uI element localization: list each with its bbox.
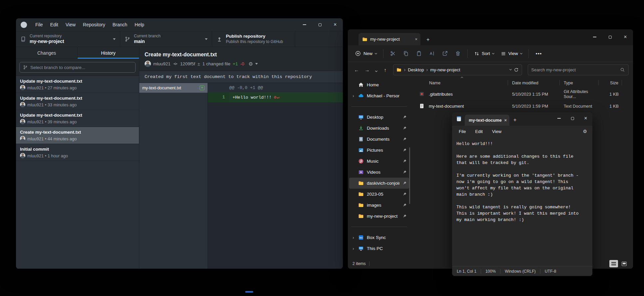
sidebar-item-home[interactable]: Home — [349, 79, 409, 90]
explorer-tab[interactable]: my-new-project × — [358, 33, 420, 45]
commit-list-item[interactable]: Initial commit mluu921 • 1 hour ago — [16, 144, 139, 161]
tab-history[interactable]: History — [78, 47, 139, 59]
commit-list-item[interactable]: Update my-text-document.txt mluu921 • 33… — [16, 93, 139, 110]
sidebar-item-downloads[interactable]: Downloads — [349, 123, 409, 134]
commit-sha[interactable]: 1209f5f — [180, 61, 195, 66]
sidebar-item-documents[interactable]: Documents — [349, 134, 409, 145]
back-button[interactable]: ← — [352, 67, 361, 73]
folder-icon — [358, 202, 364, 208]
notepad-app-icon — [456, 116, 462, 122]
explorer-titlebar: my-new-project × + × — [348, 29, 633, 45]
box-icon: box — [358, 235, 364, 240]
minimize-button[interactable] — [552, 112, 566, 124]
pictures-icon — [358, 147, 364, 153]
notepad-status-bar: Ln 1, Col 1 100% Windows (CRLF) UTF-8 — [452, 266, 592, 276]
address-bar[interactable]: › Desktop › my-new-project — [393, 64, 522, 75]
search-box[interactable] — [528, 64, 629, 75]
search-input[interactable] — [531, 67, 620, 72]
column-header-name[interactable]: Name — [414, 80, 508, 85]
commit-list-item[interactable]: Update my-text-document.txt mluu921 • 27… — [16, 76, 139, 93]
up-button[interactable]: ↑ — [381, 67, 390, 73]
menu-view[interactable]: View — [487, 129, 506, 134]
cut-button[interactable] — [386, 48, 399, 60]
breadcrumb-my-new-project[interactable]: my-new-project — [430, 67, 460, 72]
sidebar-item-music[interactable]: Music — [349, 156, 409, 167]
gear-icon[interactable]: ⚙ — [249, 61, 253, 67]
commit-list-item[interactable]: Update my-text-document.txt mluu921 • 39… — [16, 110, 139, 127]
sidebar-item-onedrive[interactable]: › Michael - Personal — [349, 90, 409, 101]
chevron-right-icon[interactable]: › — [351, 246, 355, 251]
sidebar-item-desktop[interactable]: Desktop — [349, 112, 409, 123]
new-button[interactable]: New — [352, 51, 380, 56]
publish-repository-button[interactable]: Publish repository Publish this reposito… — [212, 31, 295, 47]
notepad-tab[interactable]: my-text-docume × — [465, 115, 509, 126]
diff-added-line[interactable]: 1 +Hello world!!! ⊘↵ — [208, 92, 343, 102]
menu-help[interactable]: Help — [131, 22, 148, 27]
maximize-button[interactable] — [312, 18, 327, 31]
chevron-right-icon[interactable]: › — [351, 94, 355, 98]
menu-edit[interactable]: Edit — [470, 129, 487, 134]
menu-view[interactable]: View — [62, 22, 79, 27]
breadcrumb-desktop[interactable]: Desktop — [408, 67, 424, 72]
tab-close-icon[interactable]: × — [415, 37, 417, 42]
more-options-button[interactable]: ••• — [532, 51, 546, 56]
column-header-type[interactable]: Type — [560, 80, 599, 85]
details-view-button[interactable] — [609, 260, 618, 267]
new-tab-button[interactable]: + — [426, 37, 429, 43]
menu-file[interactable]: File — [454, 129, 470, 134]
tab-changes[interactable]: Changes — [16, 47, 78, 59]
settings-gear-icon[interactable]: ⚙ — [583, 129, 587, 134]
file-row-my-text-document[interactable]: my-text-document 5/10/2023 1:59 PM Text … — [414, 100, 633, 112]
zoom-level[interactable]: 100% — [485, 269, 496, 274]
menu-repository[interactable]: Repository — [79, 22, 109, 27]
recent-locations-button[interactable] — [373, 67, 379, 73]
maximize-button[interactable] — [566, 112, 579, 124]
copy-button[interactable] — [399, 48, 412, 60]
sidebar-scrollbar[interactable] — [409, 147, 410, 204]
github-desktop-window: File Edit View Repository Branch Help × … — [16, 18, 343, 269]
sidebar-item-pictures[interactable]: Pictures — [349, 145, 409, 156]
menu-file[interactable]: File — [32, 22, 47, 27]
close-button[interactable]: × — [618, 29, 633, 45]
file-row-gitattributes[interactable]: .gitattributes 5/10/2023 1:15 PM Git Att… — [414, 88, 633, 100]
maximize-button[interactable] — [602, 29, 618, 45]
address-dropdown-icon[interactable] — [509, 68, 512, 70]
tab-close-icon[interactable]: × — [504, 118, 507, 123]
minimize-button[interactable] — [587, 29, 602, 45]
paste-button[interactable] — [412, 48, 425, 60]
view-button[interactable]: View — [497, 51, 525, 56]
new-tab-button[interactable]: + — [513, 117, 516, 123]
close-button[interactable]: × — [579, 112, 592, 124]
changed-file-row-selected[interactable]: my-text-document.txt + — [139, 83, 208, 93]
rename-button[interactable] — [425, 48, 438, 60]
sidebar-item-videos[interactable]: Videos — [349, 167, 409, 178]
branch-selector-label: Current branch — [134, 34, 161, 39]
sidebar-item-2023-05[interactable]: 2023-05 — [349, 189, 409, 200]
minimize-button[interactable] — [297, 18, 312, 31]
chevron-down-icon[interactable] — [255, 63, 258, 65]
current-branch-dropdown[interactable]: Current branch main — [120, 31, 212, 47]
column-header-date-modified[interactable]: Date modified — [508, 80, 560, 85]
delete-button[interactable] — [451, 48, 464, 60]
notepad-text-area[interactable]: Hello world!!! Here are some additional … — [452, 137, 592, 266]
sort-button[interactable]: Sort — [471, 51, 497, 56]
compare-branch-input[interactable] — [30, 65, 132, 70]
sidebar-item-this-pc[interactable]: › This PC — [349, 243, 409, 254]
forward-button[interactable]: → — [363, 67, 372, 73]
sidebar-item-daskivich-conjoint-an[interactable]: daskivich-conjoint-an — [349, 178, 409, 189]
sidebar-item-images[interactable]: images — [349, 200, 409, 211]
menu-branch[interactable]: Branch — [109, 22, 131, 27]
large-icons-view-button[interactable] — [620, 260, 628, 267]
column-header-size[interactable]: Size — [599, 80, 622, 85]
compare-branch-input-box[interactable] — [19, 62, 136, 73]
refresh-icon[interactable] — [514, 67, 519, 72]
sidebar-item-my-new-project[interactable]: my-new-project — [349, 211, 409, 222]
close-button[interactable]: × — [327, 18, 343, 31]
menu-edit[interactable]: Edit — [47, 22, 62, 27]
commit-meta: mluu921 • 44 minutes ago — [20, 136, 135, 141]
commit-list-item-selected[interactable]: Create my-text-document.txt mluu921 • 44… — [16, 127, 139, 144]
chevron-right-icon[interactable]: › — [351, 235, 355, 240]
share-button[interactable] — [438, 48, 451, 60]
sidebar-item-box-sync[interactable]: › box Box Sync — [349, 232, 409, 243]
current-repository-dropdown[interactable]: Current repository my-new-project — [16, 31, 120, 47]
